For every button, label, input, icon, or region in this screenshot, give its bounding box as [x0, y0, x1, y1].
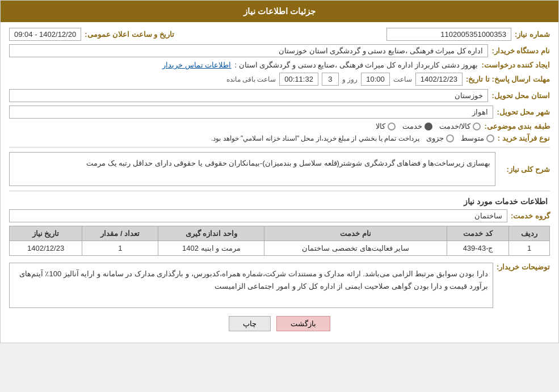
org-value: اداره کل میراث فرهنگی ،صنایع دستی و گردش… — [9, 44, 488, 57]
table-row: 1 ج-43-439 سایر فعالیت‌های تخصصی ساختمان… — [10, 241, 550, 256]
col-row: ردیف — [509, 226, 550, 241]
announcement-label: تاریخ و ساعت اعلان عمومی: — [85, 30, 174, 39]
province-row: استان محل تحویل: خوزستان — [9, 89, 550, 102]
col-count: تعداد / مقدار — [82, 226, 158, 241]
col-code: کد خدمت — [447, 226, 509, 241]
deadline-day-label: روز و — [342, 75, 358, 83]
process-jozvi-label: جزوی — [426, 134, 444, 142]
cell-date: 1402/12/23 — [10, 241, 82, 256]
buyer-desc-row: توضیحات خریدار: دارا بودن سوابق مرتبط ال… — [9, 260, 550, 308]
category-kala-label: کالا — [376, 122, 385, 130]
creator-link[interactable]: اطلاعات تماس خریدار — [162, 61, 231, 69]
category-kala-radio — [388, 123, 396, 130]
category-kala-khadamat-radio — [473, 123, 481, 130]
page-title: جزئیات اطلاعات نیاز — [243, 6, 316, 16]
cell-count: 1 — [82, 241, 158, 256]
process-motavasset-radio — [486, 134, 494, 142]
back-button[interactable]: بازگشت — [276, 316, 330, 331]
print-button[interactable]: چاپ — [229, 316, 271, 331]
deadline-remaining-label: ساعت باقی مانده — [226, 75, 276, 83]
col-unit: واحد اندازه گیری — [158, 226, 264, 241]
number-row: شماره نیاز: 1102005351000353 تاریخ و ساع… — [9, 28, 550, 41]
category-kala-khadamat-label: کالا/خدمت — [439, 122, 471, 130]
category-khadamat-item[interactable]: خدمت — [402, 122, 432, 130]
province-label: استان محل تحویل: — [491, 91, 550, 100]
service-table: ردیف کد خدمت نام خدمت واحد اندازه گیری ت… — [9, 226, 550, 256]
city-value: اهواز — [9, 106, 493, 119]
deadline-label: مهلت ارسال پاسخ: تا تاریخ: — [466, 75, 550, 83]
process-group: متوسط جزوی پرداخت تمام يا بخشي از مبلغ خ… — [9, 134, 494, 142]
cell-row: 1 — [509, 241, 550, 256]
cell-name: سایر فعالیت‌های تخصصی ساختمان — [264, 241, 447, 256]
cell-code: ج-43-439 — [447, 241, 509, 256]
buyer-desc-value: دارا بودن سوابق مرتبط الزامی می‌باشد. ار… — [9, 263, 493, 308]
description-value: بهسازی زیرساخت‌ها و فضاهای گردشگری شوشتر… — [9, 152, 495, 186]
creator-value: بهروز دشتی کاربرداز اداره کل میراث فرهنگ… — [234, 61, 478, 69]
category-label: طبقه بندی موضوعی: — [484, 122, 550, 130]
process-label: نوع فرآیند خرید : — [498, 134, 550, 142]
buyer-desc-label: توضیحات خریدار: — [497, 263, 550, 271]
deadline-remaining: 00:11:32 — [279, 73, 318, 86]
category-kala-item[interactable]: کالا — [376, 122, 396, 130]
city-row: شهر محل تحویل: اهواز — [9, 106, 550, 119]
number-label: شماره نیاز: — [515, 30, 550, 39]
deadline-time: 10:00 — [361, 73, 390, 86]
group-value: ساختمان — [9, 209, 507, 222]
process-note: پرداخت تمام يا بخشي از مبلغ خريد،از محل … — [211, 134, 419, 142]
process-jozvi-radio — [446, 134, 454, 142]
org-row: نام دستگاه خریدار: اداره کل میراث فرهنگی… — [9, 44, 550, 57]
deadline-time-label: ساعت — [393, 75, 412, 83]
category-khadamat-radio — [424, 123, 432, 130]
deadline-date: 1402/12/23 — [415, 73, 463, 86]
description-label: شرح کلی نیاز: — [499, 165, 550, 174]
category-kala-khadamat-item[interactable]: کالا/خدمت — [439, 122, 481, 130]
page-header: جزئیات اطلاعات نیاز — [1, 1, 558, 22]
category-row: طبقه بندی موضوعی: کالا/خدمت خدمت کالا — [9, 122, 550, 130]
creator-row: ایجاد کننده درخواست: بهروز دشتی کاربرداز… — [9, 61, 550, 69]
process-row: نوع فرآیند خرید : متوسط جزوی پرداخت تمام… — [9, 134, 550, 142]
province-value: خوزستان — [9, 89, 488, 102]
org-label: نام دستگاه خریدار: — [491, 47, 550, 55]
number-value: 1102005351000353 — [386, 28, 511, 41]
process-jozvi-item[interactable]: جزوی — [426, 134, 454, 142]
process-motavasset-item[interactable]: متوسط — [461, 134, 494, 142]
deadline-row: مهلت ارسال پاسخ: تا تاریخ: 1402/12/23 سا… — [9, 73, 550, 86]
deadline-days: 3 — [322, 73, 339, 86]
process-motavasset-label: متوسط — [461, 134, 484, 142]
announcement-value: 1402/12/20 - 09:04 — [9, 28, 81, 41]
col-date: تاریخ نیاز — [10, 226, 82, 241]
services-header: اطلاعات خدمات مورد نیاز — [9, 197, 550, 206]
col-name: نام خدمت — [264, 226, 447, 241]
city-label: شهر محل تحویل: — [497, 108, 550, 116]
category-group: کالا/خدمت خدمت کالا — [9, 122, 481, 130]
group-row: گروه خدمت: ساختمان — [9, 209, 550, 222]
creator-label: ایجاد کننده درخواست: — [481, 61, 550, 69]
description-row: شرح کلی نیاز: بهسازی زیرساخت‌ها و فضاهای… — [9, 152, 550, 186]
category-khadamat-label: خدمت — [402, 122, 422, 130]
cell-unit: مرمت و ابنیه 1402 — [158, 241, 264, 256]
group-label: گروه خدمت: — [511, 212, 550, 220]
button-row: بازگشت چاپ — [9, 316, 550, 331]
